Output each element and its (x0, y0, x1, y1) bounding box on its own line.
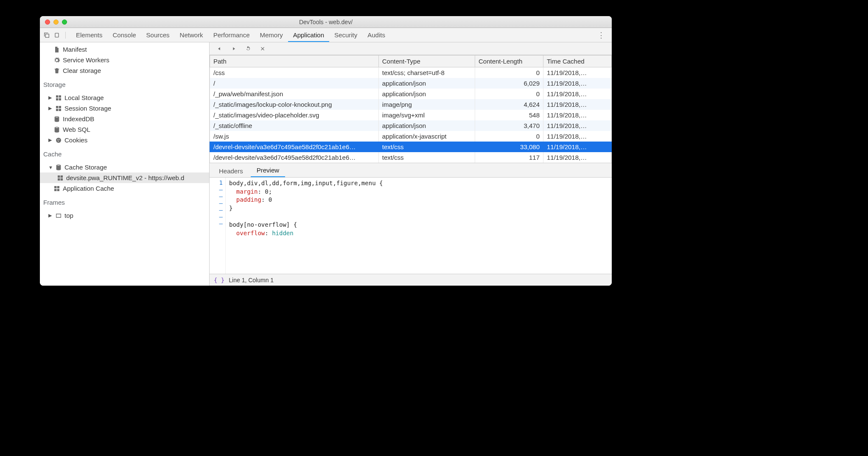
cell-path: /devrel-devsite/va3e6d7c495ae58d2f0c21ab… (210, 142, 379, 152)
sidebar-item-manifest[interactable]: Manifest (40, 44, 209, 55)
cell-type: application/x-javascript (378, 131, 475, 142)
tab-performance[interactable]: Performance (208, 29, 255, 42)
col-content-type[interactable]: Content-Type (378, 56, 475, 67)
cell-path: /sw.js (210, 131, 379, 142)
refresh-icon[interactable] (245, 46, 251, 52)
detail-tabs: Headers Preview (210, 163, 612, 178)
tab-application[interactable]: Application (288, 29, 329, 42)
sidebar-item-label: Cookies (64, 136, 87, 144)
svg-point-2 (59, 139, 59, 140)
tab-memory[interactable]: Memory (255, 29, 288, 42)
next-icon[interactable] (231, 46, 237, 52)
sidebar-item-cache-storage[interactable]: ▼Cache Storage (40, 162, 209, 172)
sidebar-item-top[interactable]: ▶top (40, 210, 209, 221)
cell-type: application/json (378, 120, 475, 131)
grid-icon (53, 185, 60, 192)
table-row[interactable]: /_static/images/lockup-color-knockout.pn… (210, 99, 612, 110)
table-row[interactable]: /application/json6,02911/19/2018,… (210, 78, 612, 89)
grid-icon (55, 105, 62, 112)
titlebar: DevTools - web.dev/ (40, 16, 612, 28)
db-icon (53, 116, 60, 122)
cell-length: 3,470 (475, 120, 543, 131)
code-prop: overflow (236, 230, 265, 236)
cell-path: /_pwa/web/manifest.json (210, 89, 379, 99)
tab-security[interactable]: Security (329, 29, 362, 42)
sidebar-item-local-storage[interactable]: ▶Local Storage (40, 92, 209, 103)
table-row[interactable]: /devrel-devsite/va3e6d7c495ae58d2f0c21ab… (210, 142, 612, 152)
tab-elements[interactable]: Elements (71, 29, 108, 42)
device-icon[interactable] (53, 32, 60, 39)
cell-type: application/json (378, 78, 475, 89)
sidebar-item-label: Session Storage (64, 105, 111, 112)
cell-time: 11/19/2018,… (543, 99, 611, 110)
sidebar-item-label: devsite.pwa_RUNTIME_v2 - https://web.d (66, 174, 184, 181)
window-title: DevTools - web.dev/ (299, 19, 353, 25)
line-gutter: 1–––––– (210, 178, 226, 274)
table-row[interactable]: /csstext/css; charset=utf-8011/19/2018,… (210, 67, 612, 78)
sidebar-item-cookies[interactable]: ▶Cookies (40, 135, 209, 145)
sidebar-item-session-storage[interactable]: ▶Session Storage (40, 103, 209, 114)
cell-type: image/svg+xml (378, 110, 475, 120)
chevron-right-icon: ▶ (48, 106, 53, 111)
close-icon[interactable] (45, 19, 50, 25)
sidebar-item-web-sql[interactable]: Web SQL (40, 124, 209, 135)
cookie-icon (55, 137, 62, 144)
code-line: body,div,dl,dd,form,img,input,figure,men… (229, 180, 383, 186)
sidebar-item-service-workers[interactable]: Service Workers (40, 55, 209, 65)
minimize-icon[interactable] (53, 19, 59, 25)
sidebar-item-application-cache[interactable]: Application Cache (40, 183, 209, 194)
cell-path: /_static/offline (210, 120, 379, 131)
col-content-length[interactable]: Content-Length (475, 56, 543, 67)
preview-pane: 1–––––– body,div,dl,dd,form,img,input,fi… (210, 178, 612, 274)
delete-icon[interactable] (260, 46, 266, 52)
zoom-icon[interactable] (62, 19, 67, 25)
tab-console[interactable]: Console (108, 29, 141, 42)
table-row[interactable]: /sw.jsapplication/x-javascript011/19/201… (210, 131, 612, 142)
cell-path: /css (210, 67, 379, 78)
table-row[interactable]: /_static/images/video-placeholder.svgima… (210, 110, 612, 120)
sidebar-item-label: Manifest (63, 46, 87, 53)
cell-length: 0 (475, 67, 543, 78)
db-icon (55, 164, 62, 171)
gear-icon (53, 57, 60, 64)
cell-type: text/css; charset=utf-8 (378, 67, 475, 78)
grid-icon (55, 95, 62, 101)
prev-icon[interactable] (216, 46, 222, 52)
tab-audits[interactable]: Audits (362, 29, 390, 42)
frame-icon (55, 212, 62, 219)
cell-length: 117 (475, 152, 543, 163)
sidebar-item-label: Web SQL (63, 126, 90, 133)
sidebar-item-clear-storage[interactable]: Clear storage (40, 65, 209, 76)
trash-icon (53, 67, 60, 74)
col-path[interactable]: Path (210, 56, 379, 67)
chevron-down-icon: ▼ (48, 165, 53, 170)
sidebar-item-indexeddb[interactable]: IndexedDB (40, 114, 209, 124)
braces-icon[interactable]: { } (214, 277, 224, 284)
table-row[interactable]: /_pwa/web/manifest.jsonapplication/json0… (210, 89, 612, 99)
inspect-icon[interactable] (43, 32, 50, 39)
storage-header: Storage (40, 78, 209, 91)
cell-length: 6,029 (475, 78, 543, 89)
cell-length: 548 (475, 110, 543, 120)
tab-headers[interactable]: Headers (213, 165, 249, 177)
more-icon[interactable]: ⋮ (594, 31, 608, 40)
cell-path: /devrel-devsite/va3e6d7c495ae58d2f0c21ab… (210, 152, 379, 163)
tab-sources[interactable]: Sources (141, 29, 175, 42)
cell-time: 11/19/2018,… (543, 142, 611, 152)
cell-type: text/css (378, 142, 475, 152)
col-time-cached[interactable]: Time Cached (543, 56, 611, 67)
code-view[interactable]: body,div,dl,dd,form,img,input,figure,men… (226, 178, 386, 274)
cell-time: 11/19/2018,… (543, 110, 611, 120)
tab-network[interactable]: Network (175, 29, 208, 42)
tab-preview[interactable]: Preview (251, 164, 285, 177)
cache-header: Cache (40, 147, 209, 160)
sidebar-item-devsite-pwa-runtime-v2-https-w[interactable]: devsite.pwa_RUNTIME_v2 - https://web.d (40, 172, 209, 183)
chevron-right-icon: ▶ (48, 95, 53, 100)
cell-length: 0 (475, 131, 543, 142)
panel-tabs: ElementsConsoleSourcesNetworkPerformance… (40, 28, 612, 42)
sidebar-item-label: Service Workers (63, 56, 109, 64)
cell-type: text/css (378, 152, 475, 163)
svg-point-3 (58, 141, 59, 142)
table-row[interactable]: /_static/offlineapplication/json3,47011/… (210, 120, 612, 131)
table-row[interactable]: /devrel-devsite/va3e6d7c495ae58d2f0c21ab… (210, 152, 612, 163)
